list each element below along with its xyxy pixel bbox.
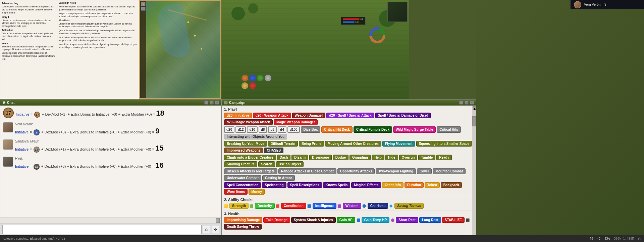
- btn-d12[interactable]: d12: [235, 126, 246, 133]
- btn-gain-temp-hp[interactable]: Gain Temp HP: [362, 217, 390, 223]
- token-6[interactable]: [249, 82, 256, 89]
- btn-duration[interactable]: Duration: [405, 182, 424, 188]
- btn-d20-weapon-attack[interactable]: d20 - Weapon Attack: [253, 113, 291, 118]
- btn-d6[interactable]: d6: [268, 126, 277, 133]
- scroll-thumb-campaign[interactable]: [472, 116, 476, 126]
- chat-minimize-btn[interactable]: _: [204, 100, 208, 105]
- btn-disengage[interactable]: Disengage: [309, 155, 332, 160]
- btn-known-spells[interactable]: Known Spells: [323, 182, 351, 188]
- btn-wild-magic-surge[interactable]: Wild Magic Surge Table: [393, 126, 436, 133]
- btn-being-prone[interactable]: Being Prone: [299, 141, 324, 147]
- token-3[interactable]: [257, 75, 264, 81]
- btn-stabilize[interactable]: STABILIZE: [442, 217, 465, 223]
- token-5[interactable]: [241, 82, 248, 89]
- btn-improvised-weapons[interactable]: Improvised Weapons: [224, 148, 263, 153]
- btn-d20-magic-weapon-attack[interactable]: d20 - Magic Weapon Attack: [224, 119, 273, 125]
- token-4[interactable]: [265, 75, 271, 81]
- btn-dice-box[interactable]: Dice Box: [301, 126, 321, 133]
- btn-short-rest[interactable]: Short Rest: [396, 217, 418, 223]
- btn-shoving-creature[interactable]: Shoving Creature: [224, 161, 257, 167]
- btn-d10[interactable]: d10: [247, 126, 257, 133]
- btn-spelcasting[interactable]: Spelcasting: [262, 182, 286, 188]
- btn-dexterity[interactable]: Dexterity: [255, 203, 275, 209]
- btn-moving-around-creatures[interactable]: Moving Around Other Creatures: [325, 141, 381, 147]
- btn-death-saving-throw[interactable]: Death Saving Throw: [224, 224, 262, 230]
- btn-charisma[interactable]: Charisma: [368, 203, 388, 209]
- btn-magic-weapon-damage[interactable]: Magic Weapon Damage!: [274, 119, 318, 125]
- token-2[interactable]: [249, 75, 256, 81]
- chat-input[interactable]: [2, 225, 202, 234]
- btn-take-damage[interactable]: Take Damage: [263, 217, 290, 223]
- btn-spell-descriptions[interactable]: Spell Descriptions: [287, 182, 322, 188]
- btn-climb-bigger[interactable]: Climb onto a Bigger Creature: [224, 155, 276, 160]
- btn-backpack[interactable]: Backpack: [441, 182, 462, 188]
- btn-search[interactable]: Search: [258, 161, 275, 167]
- btn-two-weapon-fighting[interactable]: Two-Weapon Fighting: [376, 168, 416, 174]
- btn-weapon-damage[interactable]: Weapon Damage!: [292, 113, 326, 118]
- chat-emoji-btn[interactable]: ☺: [203, 226, 210, 233]
- btn-opportunity-attacks[interactable]: Opportunity Attacks: [337, 168, 375, 174]
- btn-critical-fumble-deck[interactable]: Critical Fumble Deck: [354, 126, 392, 133]
- btn-d4[interactable]: d4: [278, 126, 286, 133]
- btn-breaking-up-move[interactable]: Breaking Up Your Move: [224, 141, 267, 147]
- btn-ready[interactable]: Ready: [436, 155, 452, 160]
- scroll-thumb[interactable]: [216, 218, 220, 223]
- initiative-link-2[interactable]: Initiative: [15, 130, 29, 134]
- btn-saving-throws[interactable]: Saving Throws: [394, 203, 424, 209]
- btn-improvising-damage[interactable]: Improvising Damage: [224, 217, 262, 223]
- campaign-scrollbar[interactable]: ▲ ▼: [472, 106, 476, 242]
- btn-grappling[interactable]: Grappling: [350, 155, 371, 160]
- btn-use-object[interactable]: Use an Object: [276, 161, 304, 167]
- btn-d100[interactable]: d100: [287, 126, 300, 133]
- btn-spell-damage[interactable]: Spell / Special Damage or Dice!: [375, 113, 431, 118]
- btn-d8[interactable]: d8: [259, 126, 267, 133]
- btn-dodge[interactable]: Dodge: [333, 155, 348, 160]
- btn-cover[interactable]: Cover: [417, 168, 432, 174]
- btn-squeezing[interactable]: Squeezing into a Smaller Space: [416, 141, 472, 147]
- token-1[interactable]: [241, 75, 248, 81]
- btn-spell-concentration[interactable]: Spell Concentration: [224, 182, 261, 188]
- chat-messages[interactable]: 17 Initiative = 17 + DexMod (+1) + Extra…: [0, 106, 221, 217]
- btn-critical-hits[interactable]: Critical Hits: [437, 126, 461, 133]
- btn-chases[interactable]: CHASES: [264, 148, 283, 153]
- btn-d20[interactable]: d20: [224, 126, 234, 133]
- btn-ranged-close-combat[interactable]: Ranged Attacks in Close Combat: [278, 168, 336, 174]
- btn-constitution[interactable]: Constitution: [281, 203, 306, 209]
- btn-casting-in-armor[interactable]: Casting in Armor: [262, 175, 295, 181]
- btn-interacting-objects[interactable]: Interacting with Objects Around You: [224, 134, 287, 139]
- chat-scroll-bar[interactable]: [0, 217, 221, 223]
- btn-tumble[interactable]: Tumble: [418, 155, 435, 160]
- chat-settings-btn[interactable]: ⚙: [212, 226, 219, 233]
- btn-help[interactable]: Help: [372, 155, 384, 160]
- btn-gain-hp[interactable]: Gain HP: [337, 217, 355, 223]
- campaign-close-btn[interactable]: ×: [470, 100, 474, 105]
- initiative-link-4[interactable]: Initiative: [15, 164, 29, 168]
- btn-system-shock[interactable]: System Shock & Injuries: [291, 217, 336, 223]
- btn-other-info[interactable]: Other Info: [382, 182, 404, 188]
- scroll-up-btn[interactable]: ▲: [473, 106, 476, 110]
- btn-money[interactable]: Money: [249, 189, 265, 195]
- btn-d20-spell-attack[interactable]: d20 - Spell / Special Attack: [326, 113, 374, 118]
- btn-intelligence[interactable]: Intelligence: [313, 203, 336, 209]
- map-zoom-out[interactable]: −: [141, 7, 146, 11]
- btn-difficult-terrain[interactable]: Difficult Terrain: [268, 141, 298, 147]
- btn-flying-movement[interactable]: Flying Movement: [382, 141, 415, 147]
- btn-mounted-combat[interactable]: Mounted Combat: [433, 168, 466, 174]
- btn-underwater-combat[interactable]: Underwater Combat: [224, 175, 261, 181]
- initiative-link-3[interactable]: Initiative: [15, 147, 29, 151]
- btn-wisdom[interactable]: Wisdom: [343, 203, 361, 209]
- btn-critical-hit-deck[interactable]: Critical Hit Deck: [321, 126, 353, 133]
- map-zoom-in[interactable]: +: [141, 2, 146, 6]
- btn-unseen-attackers[interactable]: Unseen Attackers and Targets: [224, 168, 277, 174]
- chat-expand-btn[interactable]: □: [210, 100, 214, 105]
- btn-overrun[interactable]: Overrun: [399, 155, 418, 160]
- btn-long-rest[interactable]: Long Rest: [419, 217, 441, 223]
- btn-dash[interactable]: Dash: [277, 155, 290, 160]
- btn-d20-initiative[interactable]: d20 - Initiative: [224, 113, 252, 118]
- btn-token[interactable]: Token: [425, 182, 440, 188]
- btn-worn-items[interactable]: Worn Items: [224, 189, 248, 195]
- btn-hide[interactable]: Hide: [385, 155, 398, 160]
- campaign-minimize-btn[interactable]: _: [459, 100, 463, 105]
- campaign-expand-btn[interactable]: □: [465, 100, 469, 105]
- btn-strength[interactable]: Strength: [229, 203, 249, 209]
